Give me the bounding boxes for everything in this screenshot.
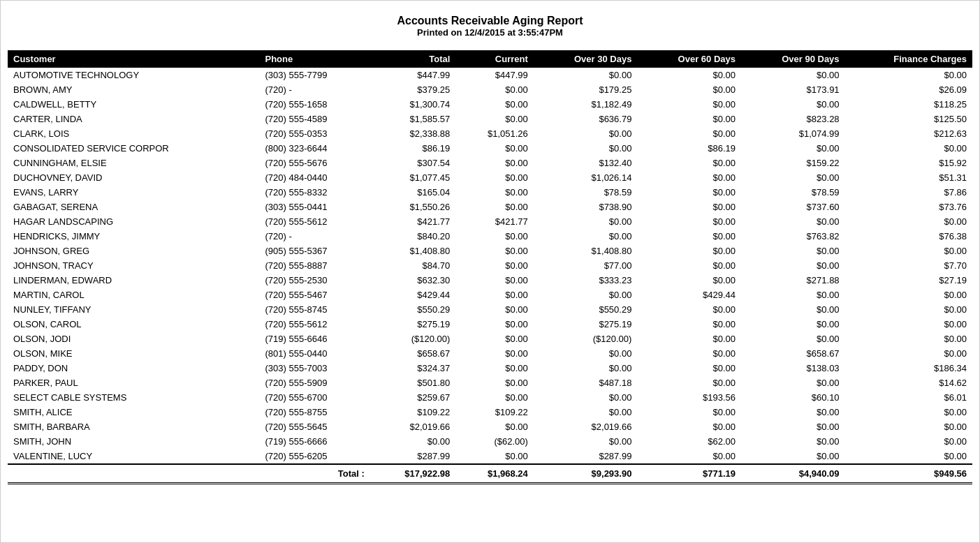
cell-current: $0.00	[455, 156, 534, 170]
cell-current: $0.00	[455, 449, 534, 464]
cell-total: $2,338.88	[370, 126, 455, 141]
cell-finance: $0.00	[845, 214, 972, 229]
cell-over60: $0.00	[637, 185, 741, 200]
cell-current: $0.00	[455, 302, 534, 317]
cell-customer: SELECT CABLE SYSTEMS	[8, 390, 259, 405]
col-total: Total	[370, 50, 455, 68]
cell-current: $0.00	[455, 244, 534, 258]
table-row: CONSOLIDATED SERVICE CORPOR (800) 323-66…	[8, 141, 972, 156]
cell-total: $259.67	[370, 390, 455, 405]
cell-current: $447.99	[455, 68, 534, 82]
cell-total: $429.44	[370, 288, 455, 302]
cell-over90: $823.28	[741, 112, 845, 126]
cell-over90: $0.00	[741, 258, 845, 273]
cell-phone: (303) 555-0441	[259, 200, 370, 214]
col-customer: Customer	[8, 50, 259, 68]
cell-over90: $658.67	[741, 346, 845, 361]
table-row: BROWN, AMY (720) - $379.25 $0.00 $179.25…	[8, 82, 972, 97]
cell-finance: $0.00	[845, 288, 972, 302]
cell-over30: $0.00	[534, 126, 638, 141]
cell-current: $0.00	[455, 390, 534, 405]
cell-total: $1,408.80	[370, 244, 455, 258]
table-row: CUNNINGHAM, ELSIE (720) 555-5676 $307.54…	[8, 156, 972, 170]
table-row: OLSON, CAROL (720) 555-5612 $275.19 $0.0…	[8, 317, 972, 332]
cell-finance: $0.00	[845, 434, 972, 449]
cell-over90: $0.00	[741, 97, 845, 112]
cell-customer: DUCHOVNEY, DAVID	[8, 170, 259, 185]
cell-customer: HENDRICKS, JIMMY	[8, 229, 259, 244]
cell-phone: (720) 484-0440	[259, 170, 370, 185]
cell-customer: CARTER, LINDA	[8, 112, 259, 126]
cell-over30: $132.40	[534, 156, 638, 170]
cell-customer: OLSON, CAROL	[8, 317, 259, 332]
cell-over90: $0.00	[741, 244, 845, 258]
table-row: CLARK, LOIS (720) 555-0353 $2,338.88 $1,…	[8, 126, 972, 141]
cell-over30: $287.99	[534, 449, 638, 464]
cell-customer: AUTOMOTIVE TECHNOLOGY	[8, 68, 259, 82]
cell-current: ($62.00)	[455, 434, 534, 449]
cell-over30: $78.59	[534, 185, 638, 200]
cell-finance: $0.00	[845, 244, 972, 258]
cell-phone: (720) 555-5909	[259, 375, 370, 390]
cell-over90: $0.00	[741, 68, 845, 82]
cell-customer: OLSON, MIKE	[8, 346, 259, 361]
cell-over30: $0.00	[534, 141, 638, 156]
table-row: SMITH, BARBARA (720) 555-5645 $2,019.66 …	[8, 419, 972, 434]
cell-phone: (720) -	[259, 229, 370, 244]
cell-phone: (719) 555-6666	[259, 434, 370, 449]
cell-over30: $275.19	[534, 317, 638, 332]
cell-over30: $0.00	[534, 229, 638, 244]
cell-phone: (720) 555-5612	[259, 317, 370, 332]
cell-over30: $0.00	[534, 390, 638, 405]
cell-phone: (720) 555-5612	[259, 214, 370, 229]
cell-finance: $0.00	[845, 302, 972, 317]
cell-total: $447.99	[370, 68, 455, 82]
cell-phone: (801) 555-0440	[259, 346, 370, 361]
cell-over30: $0.00	[534, 214, 638, 229]
cell-current: $421.77	[455, 214, 534, 229]
cell-current: $109.22	[455, 405, 534, 419]
cell-finance: $125.50	[845, 112, 972, 126]
cell-over90: $159.22	[741, 156, 845, 170]
cell-finance: $51.31	[845, 170, 972, 185]
cell-customer: VALENTINE, LUCY	[8, 449, 259, 464]
cell-over60: $0.00	[637, 112, 741, 126]
cell-finance: $73.76	[845, 200, 972, 214]
cell-over60: $0.00	[637, 405, 741, 419]
table-row: PARKER, PAUL (720) 555-5909 $501.80 $0.0…	[8, 375, 972, 390]
cell-over30: $0.00	[534, 288, 638, 302]
cell-over30: $2,019.66	[534, 419, 638, 434]
cell-over60: $0.00	[637, 156, 741, 170]
cell-customer: LINDERMAN, EDWARD	[8, 273, 259, 288]
cell-over60: $0.00	[637, 170, 741, 185]
table-row: GABAGAT, SERENA (303) 555-0441 $1,550.26…	[8, 200, 972, 214]
cell-phone: (800) 323-6644	[259, 141, 370, 156]
cell-current: $0.00	[455, 332, 534, 346]
cell-over90: $0.00	[741, 170, 845, 185]
cell-phone: (720) 555-8755	[259, 405, 370, 419]
cell-finance: $0.00	[845, 141, 972, 156]
cell-over60: $0.00	[637, 97, 741, 112]
table-row: SMITH, ALICE (720) 555-8755 $109.22 $109…	[8, 405, 972, 419]
cell-customer: NUNLEY, TIFFANY	[8, 302, 259, 317]
cell-current: $0.00	[455, 170, 534, 185]
cell-phone: (720) 555-1658	[259, 97, 370, 112]
cell-total: $1,550.26	[370, 200, 455, 214]
cell-finance: $0.00	[845, 332, 972, 346]
cell-current: $0.00	[455, 185, 534, 200]
cell-total: $379.25	[370, 82, 455, 97]
cell-over30: $636.79	[534, 112, 638, 126]
cell-customer: CLARK, LOIS	[8, 126, 259, 141]
cell-customer: GABAGAT, SERENA	[8, 200, 259, 214]
cell-customer: OLSON, JODI	[8, 332, 259, 346]
cell-over60: $0.00	[637, 332, 741, 346]
cell-current: $0.00	[455, 200, 534, 214]
cell-over60: $86.19	[637, 141, 741, 156]
cell-phone: (720) 555-4589	[259, 112, 370, 126]
col-phone: Phone	[259, 50, 370, 68]
cell-total: $86.19	[370, 141, 455, 156]
cell-total: $109.22	[370, 405, 455, 419]
table-row: JOHNSON, TRACY (720) 555-8887 $84.70 $0.…	[8, 258, 972, 273]
cell-finance: $186.34	[845, 361, 972, 375]
cell-total: $501.80	[370, 375, 455, 390]
